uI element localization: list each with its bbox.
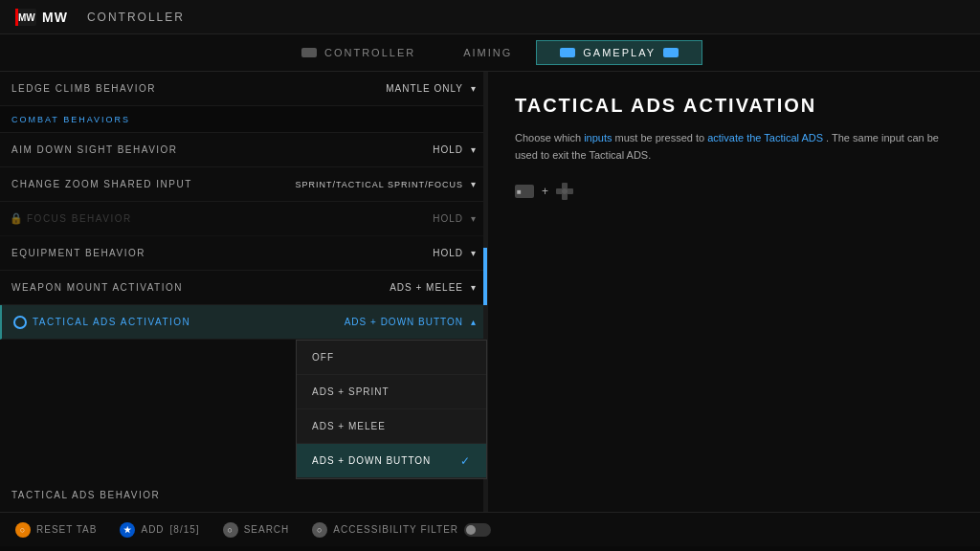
add-action[interactable]: ★ ADD [8/15] [120, 522, 199, 538]
ledge-climb-chevron: ▾ [471, 83, 476, 94]
aim-down-sight-value-text: HOLD [433, 144, 463, 155]
ledge-climb-value[interactable]: MANTLE ONLY ▾ [303, 83, 476, 94]
accessibility-label: ACCESSIBILITY FILTER [333, 524, 458, 535]
change-zoom-row[interactable]: CHANGE ZOOM SHARED INPUT SPRINT/TACTICAL… [0, 167, 487, 202]
search-label: SEARCH [244, 524, 290, 535]
mw-logo-icon: MW [15, 9, 36, 26]
equipment-behavior-chevron: ▾ [471, 248, 476, 258]
tactical-ads-value[interactable]: ADS + DOWN BUTTON ▴ [303, 317, 476, 327]
focus-behavior-label: FOCUS BEHAVIOR [27, 213, 303, 224]
reset-tab-btn[interactable]: ○ [15, 522, 31, 538]
page-title: CONTROLLER [87, 11, 185, 24]
desc-highlight1: inputs [584, 132, 612, 143]
reset-tab-action[interactable]: ○ RESET TAB [15, 522, 97, 538]
ledge-climb-row[interactable]: LEDGE CLIMB BEHAVIOR MANTLE ONLY ▾ [0, 72, 487, 106]
tab-aiming-label: AIMING [463, 47, 512, 58]
svg-text:MW: MW [18, 12, 35, 23]
dropdown-off-label: OFF [312, 352, 334, 363]
tactical-ads-behavior-row[interactable]: TACTICAL ADS BEHAVIOR [0, 478, 487, 512]
dropdown-item-ads-sprint[interactable]: ADS + SPRINT [297, 375, 486, 409]
weapon-mount-label: WEAPON MOUNT ACTIVATION [11, 282, 303, 293]
gameplay-tab-icon [560, 48, 575, 57]
left-panel: LEDGE CLIMB BEHAVIOR MANTLE ONLY ▾ COMBA… [0, 72, 488, 512]
right-panel: TACTICAL ADS ACTIVATION Choose which inp… [488, 72, 980, 512]
focus-behavior-chevron: ▾ [471, 213, 476, 224]
desc-middle: must be pressed to [612, 132, 708, 143]
accessibility-action[interactable]: ○ ACCESSIBILITY FILTER [312, 522, 491, 538]
svg-rect-2 [15, 9, 18, 26]
tab-controller[interactable]: CONTROLLER [278, 40, 439, 65]
focus-behavior-value: HOLD ▾ [303, 213, 476, 224]
logo-text: MW [42, 10, 68, 25]
combat-section-label: COMBAT BEHAVIORS [11, 115, 476, 124]
dropdown-item-off[interactable]: OFF [297, 341, 486, 375]
dropdown-item-ads-melee[interactable]: ADS + MELEE [297, 409, 486, 444]
tactical-ads-label: TACTICAL ADS ACTIVATION [33, 317, 303, 327]
tactical-ads-chevron: ▴ [471, 317, 476, 327]
add-count: [8/15] [170, 524, 200, 535]
tab-gameplay[interactable]: GAMEPLAY [536, 40, 702, 65]
focus-behavior-row: 🔒 FOCUS BEHAVIOR HOLD ▾ [0, 202, 487, 236]
tactical-ads-value-text: ADS + DOWN BUTTON [345, 317, 463, 327]
dropdown-ads-sprint-label: ADS + SPRINT [312, 386, 390, 397]
equipment-behavior-label: EQUIPMENT BEHAVIOR [11, 248, 303, 258]
change-zoom-value[interactable]: SPRINT/TACTICAL SPRINT/FOCUS ▾ [295, 179, 476, 189]
tactical-ads-row[interactable]: TACTICAL ADS ACTIVATION ADS + DOWN BUTTO… [0, 305, 487, 340]
toggle-knob [466, 525, 476, 535]
search-btn[interactable]: ○ [223, 522, 238, 538]
accessibility-btn[interactable]: ○ [312, 522, 327, 538]
focus-lock-icon: 🔒 [11, 213, 21, 225]
dropdown-ads-down-label: ADS + DOWN BUTTON [312, 455, 431, 466]
focus-behavior-value-text: HOLD [433, 213, 463, 224]
check-icon: ✓ [460, 454, 471, 468]
add-btn[interactable]: ★ [120, 522, 135, 538]
dropdown-ads-melee-label: ADS + MELEE [312, 421, 386, 431]
input-icons: ■ + [515, 183, 953, 200]
accessibility-toggle[interactable] [464, 523, 491, 537]
right-panel-desc: Choose which inputs must be pressed to a… [515, 130, 953, 164]
gameplay-tab-icon-right [663, 48, 679, 57]
aim-down-sight-value[interactable]: HOLD ▾ [303, 144, 476, 155]
logo-area: MW MW [15, 9, 68, 26]
add-label: ADD [141, 524, 164, 535]
equipment-behavior-value[interactable]: HOLD ▾ [303, 248, 476, 258]
nav-tabs: CONTROLLER AIMING GAMEPLAY [0, 34, 980, 72]
active-dot [18, 320, 23, 324]
search-action[interactable]: ○ SEARCH [223, 522, 290, 538]
desc-highlight2: activate the Tactical ADS [707, 132, 823, 143]
reset-tab-label: RESET TAB [36, 524, 97, 535]
tab-aiming[interactable]: AIMING [439, 40, 536, 65]
equipment-behavior-value-text: HOLD [433, 248, 463, 258]
desc-prefix: Choose which [515, 132, 584, 143]
combat-section-header: COMBAT BEHAVIORS [0, 106, 487, 133]
tab-gameplay-label: GAMEPLAY [583, 47, 656, 58]
weapon-mount-value-text: ADS + MELEE [390, 282, 463, 293]
scroll-thumb[interactable] [483, 248, 487, 305]
controller-tab-icon [301, 48, 317, 57]
active-indicator [13, 316, 27, 329]
tactical-ads-dropdown: OFF ADS + SPRINT ADS + MELEE ADS + DOWN … [296, 340, 487, 479]
controller-button-icon: ■ [515, 185, 534, 198]
weapon-mount-value[interactable]: ADS + MELEE ▾ [303, 282, 476, 293]
dpad-icon [556, 183, 573, 200]
plus-sign: + [542, 185, 548, 198]
weapon-mount-chevron: ▾ [471, 282, 476, 293]
ledge-climb-value-text: MANTLE ONLY [386, 83, 463, 94]
top-bar: MW MW CONTROLLER [0, 0, 980, 34]
change-zoom-value-text: SPRINT/TACTICAL SPRINT/FOCUS [295, 180, 463, 189]
dropdown-item-ads-down[interactable]: ADS + DOWN BUTTON ✓ [297, 444, 486, 478]
aim-down-sight-row[interactable]: AIM DOWN SIGHT BEHAVIOR HOLD ▾ [0, 133, 487, 167]
svg-text:■: ■ [517, 187, 522, 196]
change-zoom-label: CHANGE ZOOM SHARED INPUT [11, 179, 295, 189]
svg-point-7 [562, 188, 568, 194]
right-panel-title: TACTICAL ADS ACTIVATION [515, 95, 953, 117]
tab-controller-label: CONTROLLER [324, 47, 415, 58]
change-zoom-chevron: ▾ [471, 179, 476, 189]
ledge-climb-label: LEDGE CLIMB BEHAVIOR [11, 83, 303, 94]
tactical-ads-behavior-label: TACTICAL ADS BEHAVIOR [11, 490, 476, 500]
weapon-mount-row[interactable]: WEAPON MOUNT ACTIVATION ADS + MELEE ▾ [0, 271, 487, 305]
aim-down-sight-label: AIM DOWN SIGHT BEHAVIOR [11, 144, 303, 155]
equipment-behavior-row[interactable]: EQUIPMENT BEHAVIOR HOLD ▾ [0, 236, 487, 271]
main-layout: LEDGE CLIMB BEHAVIOR MANTLE ONLY ▾ COMBA… [0, 72, 980, 512]
bottom-bar: ○ RESET TAB ★ ADD [8/15] ○ SEARCH ○ ACCE… [0, 512, 980, 546]
